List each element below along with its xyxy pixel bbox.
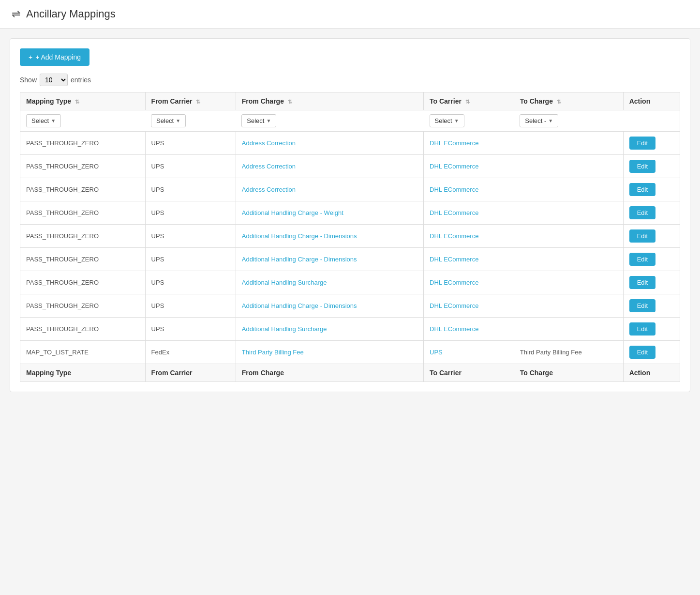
col-header-mapping-type: Mapping Type ⇅ bbox=[20, 92, 146, 110]
cell-action: Edit bbox=[623, 155, 680, 178]
add-mapping-label: + Add Mapping bbox=[35, 53, 81, 61]
filter-to-carrier: Select ▼ bbox=[424, 110, 514, 132]
table-row: PASS_THROUGH_ZEROUPSAdditional Handling … bbox=[20, 318, 680, 341]
filter-mapping-type: Select ▼ bbox=[20, 110, 146, 132]
caret-icon: ▼ bbox=[548, 118, 553, 123]
sort-icon-to-charge[interactable]: ⇅ bbox=[557, 99, 561, 105]
edit-button[interactable]: Edit bbox=[629, 183, 655, 196]
cell-action: Edit bbox=[623, 294, 680, 318]
entries-label: entries bbox=[71, 76, 91, 84]
table-row: PASS_THROUGH_ZEROUPSAdditional Handling … bbox=[20, 248, 680, 271]
footer-col-to-carrier: To Carrier bbox=[424, 364, 514, 382]
cell-from-carrier: UPS bbox=[145, 201, 236, 225]
cell-from-charge: Address Correction bbox=[236, 178, 423, 201]
sort-icon-from-carrier[interactable]: ⇅ bbox=[196, 99, 200, 105]
cell-from-carrier: UPS bbox=[145, 271, 236, 294]
edit-button[interactable]: Edit bbox=[629, 160, 655, 173]
sort-icon-to-carrier[interactable]: ⇅ bbox=[465, 99, 470, 105]
table-row: PASS_THROUGH_ZEROUPSAdditional Handling … bbox=[20, 271, 680, 294]
cell-mapping-type: PASS_THROUGH_ZERO bbox=[20, 132, 146, 155]
filter-from-charge-dropdown[interactable]: Select ▼ bbox=[241, 114, 276, 127]
cell-action: Edit bbox=[623, 225, 680, 248]
cell-from-charge: Address Correction bbox=[236, 132, 423, 155]
edit-button[interactable]: Edit bbox=[629, 253, 655, 266]
cell-to-charge bbox=[514, 248, 623, 271]
filter-to-charge: Select - ▼ bbox=[514, 110, 623, 132]
show-label: Show bbox=[20, 76, 37, 84]
edit-button[interactable]: Edit bbox=[629, 229, 655, 243]
col-header-to-carrier: To Carrier ⇅ bbox=[424, 92, 514, 110]
cell-mapping-type: PASS_THROUGH_ZERO bbox=[20, 271, 146, 294]
col-header-from-charge: From Charge ⇅ bbox=[236, 92, 423, 110]
main-content: + + Add Mapping Show 10 25 50 100 entrie… bbox=[10, 38, 690, 392]
cell-mapping-type: PASS_THROUGH_ZERO bbox=[20, 248, 146, 271]
edit-button[interactable]: Edit bbox=[629, 346, 655, 359]
footer-col-from-carrier: From Carrier bbox=[145, 364, 236, 382]
cell-to-charge bbox=[514, 178, 623, 201]
edit-button[interactable]: Edit bbox=[629, 322, 655, 336]
footer-row: Mapping Type From Carrier From Charge To… bbox=[20, 364, 680, 382]
edit-button[interactable]: Edit bbox=[629, 276, 655, 289]
footer-col-mapping-type: Mapping Type bbox=[20, 364, 146, 382]
edit-button[interactable]: Edit bbox=[629, 299, 655, 312]
table-row: PASS_THROUGH_ZEROUPSAddress CorrectionDH… bbox=[20, 132, 680, 155]
caret-icon: ▼ bbox=[176, 118, 180, 123]
table-footer: Mapping Type From Carrier From Charge To… bbox=[20, 364, 680, 382]
add-mapping-button[interactable]: + + Add Mapping bbox=[20, 48, 89, 66]
table-row: PASS_THROUGH_ZEROUPSAddress CorrectionDH… bbox=[20, 155, 680, 178]
cell-to-carrier: DHL ECommerce bbox=[424, 248, 514, 271]
cell-from-carrier: UPS bbox=[145, 318, 236, 341]
edit-button[interactable]: Edit bbox=[629, 206, 655, 219]
cell-to-carrier: UPS bbox=[424, 341, 514, 364]
edit-button[interactable]: Edit bbox=[629, 137, 655, 150]
table-body: PASS_THROUGH_ZEROUPSAddress CorrectionDH… bbox=[20, 132, 680, 364]
cell-from-carrier: UPS bbox=[145, 225, 236, 248]
cell-from-carrier: UPS bbox=[145, 248, 236, 271]
cell-from-charge: Third Party Billing Fee bbox=[236, 341, 423, 364]
table-row: PASS_THROUGH_ZEROUPSAdditional Handling … bbox=[20, 294, 680, 318]
caret-icon: ▼ bbox=[454, 118, 459, 123]
cell-mapping-type: PASS_THROUGH_ZERO bbox=[20, 294, 146, 318]
filter-from-carrier-dropdown[interactable]: Select ▼ bbox=[151, 114, 186, 127]
cell-action: Edit bbox=[623, 132, 680, 155]
filter-mapping-type-dropdown[interactable]: Select ▼ bbox=[26, 114, 61, 127]
filter-to-carrier-dropdown[interactable]: Select ▼ bbox=[430, 114, 464, 127]
cell-to-charge bbox=[514, 294, 623, 318]
col-header-action: Action bbox=[623, 92, 680, 110]
plus-icon: + bbox=[29, 53, 32, 61]
cell-from-charge: Additional Handling Charge - Dimensions bbox=[236, 225, 423, 248]
cell-to-charge bbox=[514, 318, 623, 341]
cell-mapping-type: PASS_THROUGH_ZERO bbox=[20, 201, 146, 225]
cell-from-carrier: UPS bbox=[145, 294, 236, 318]
table-row: PASS_THROUGH_ZEROUPSAdditional Handling … bbox=[20, 225, 680, 248]
cell-from-charge: Additional Handling Surcharge bbox=[236, 271, 423, 294]
page-header: ⇌ Ancillary Mappings bbox=[0, 0, 700, 29]
cell-to-carrier: DHL ECommerce bbox=[424, 318, 514, 341]
footer-col-from-charge: From Charge bbox=[236, 364, 423, 382]
cell-from-carrier: FedEx bbox=[145, 341, 236, 364]
sort-icon-mapping-type[interactable]: ⇅ bbox=[75, 99, 79, 105]
table-row: PASS_THROUGH_ZEROUPSAdditional Handling … bbox=[20, 201, 680, 225]
cell-from-charge: Additional Handling Charge - Dimensions bbox=[236, 248, 423, 271]
cell-to-charge bbox=[514, 201, 623, 225]
mappings-table: Mapping Type ⇅ From Carrier ⇅ From Charg… bbox=[20, 92, 680, 382]
cell-mapping-type: PASS_THROUGH_ZERO bbox=[20, 178, 146, 201]
cell-mapping-type: PASS_THROUGH_ZERO bbox=[20, 225, 146, 248]
cell-to-charge bbox=[514, 132, 623, 155]
cell-to-charge bbox=[514, 225, 623, 248]
cell-to-charge bbox=[514, 271, 623, 294]
filter-action-empty bbox=[623, 110, 680, 132]
sort-icon-from-charge[interactable]: ⇅ bbox=[288, 99, 292, 105]
cell-to-carrier: DHL ECommerce bbox=[424, 271, 514, 294]
cell-from-carrier: UPS bbox=[145, 178, 236, 201]
cell-from-charge: Address Correction bbox=[236, 155, 423, 178]
caret-icon: ▼ bbox=[51, 118, 56, 123]
filter-from-carrier: Select ▼ bbox=[145, 110, 236, 132]
entries-select[interactable]: 10 25 50 100 bbox=[40, 74, 68, 86]
cell-from-charge: Additional Handling Surcharge bbox=[236, 318, 423, 341]
filter-to-charge-dropdown[interactable]: Select - ▼ bbox=[520, 114, 558, 127]
cell-to-carrier: DHL ECommerce bbox=[424, 201, 514, 225]
filter-row: Select ▼ Select ▼ Select ▼ bbox=[20, 110, 680, 132]
cell-action: Edit bbox=[623, 318, 680, 341]
cell-to-carrier: DHL ECommerce bbox=[424, 294, 514, 318]
